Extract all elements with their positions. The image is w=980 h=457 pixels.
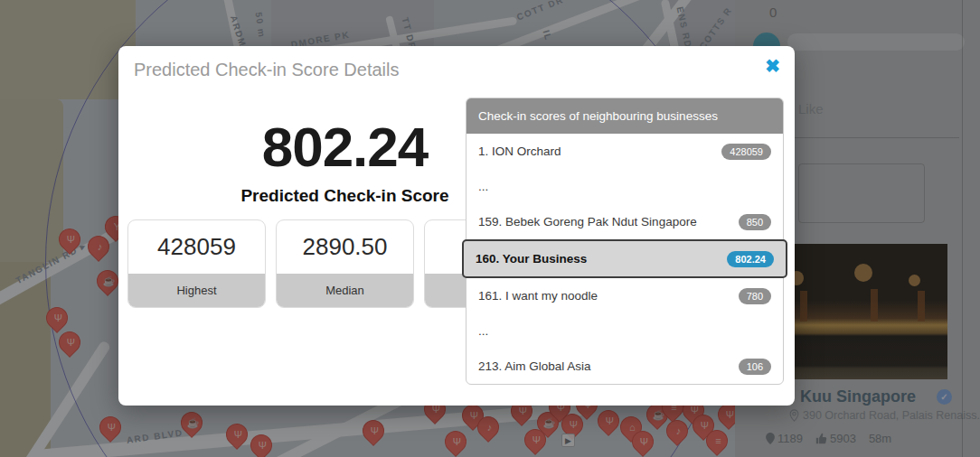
- business-rank-name: 159. Bebek Goreng Pak Ndut Singapore: [478, 215, 697, 228]
- list-item[interactable]: ...: [466, 169, 783, 204]
- business-rank-name: ...: [478, 324, 488, 338]
- score-badge: 428059: [721, 144, 771, 160]
- modal-title: Predicted Check-in Score Details: [134, 60, 399, 80]
- stat-box: 2890.50 Median: [276, 219, 414, 308]
- stat-label: Highest: [128, 274, 265, 307]
- score-badge: 850: [739, 214, 771, 230]
- app-window: TANGLIN RD ▸TANGLINCUSCADEOMLISON RD TOM…: [0, 0, 980, 457]
- list-item[interactable]: 213. Aim Global Asia106: [466, 349, 783, 384]
- list-item[interactable]: 161. I want my noodle780: [466, 278, 783, 313]
- neighbour-scores-header: Check-in scores of neighbouring business…: [466, 98, 783, 134]
- stat-box: 428059 Highest: [127, 219, 266, 308]
- business-rank-name: 213. Aim Global Asia: [478, 359, 591, 373]
- business-rank-name: 160. Your Business: [476, 252, 587, 266]
- close-icon[interactable]: ✖: [761, 53, 784, 79]
- list-item[interactable]: 1. ION Orchard428059: [466, 134, 783, 169]
- business-rank-name: 161. I want my noodle: [478, 289, 598, 303]
- score-badge: 106: [739, 359, 771, 375]
- list-item[interactable]: 160. Your Business802.24: [462, 239, 787, 278]
- list-item[interactable]: 159. Bebek Goreng Pak Ndut Singapore850: [466, 204, 783, 239]
- business-rank-name: ...: [478, 180, 488, 193]
- stat-value: 428059: [128, 220, 265, 274]
- score-details-modal: Predicted Check-in Score Details ✖ 802.2…: [118, 46, 795, 406]
- neighbour-scores-list: 1. ION Orchard428059 ... 159. Bebek Gore…: [466, 134, 783, 384]
- list-item[interactable]: ...: [466, 313, 783, 349]
- stat-value: 2890.50: [277, 220, 413, 274]
- neighbour-scores-panel: Check-in scores of neighbouring business…: [466, 98, 784, 385]
- stat-label: Median: [277, 274, 413, 307]
- score-badge: 780: [739, 288, 771, 304]
- business-rank-name: 1. ION Orchard: [478, 145, 561, 158]
- score-badge: 802.24: [727, 251, 774, 267]
